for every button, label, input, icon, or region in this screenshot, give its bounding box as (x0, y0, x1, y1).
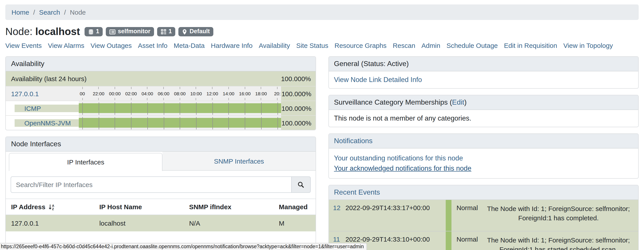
availability-panel: Availability Availability (last 24 hours… (5, 56, 316, 130)
ip-table-column-ip-address[interactable]: IP AddressAZ (6, 199, 94, 215)
nav-link-edit-in-requisition[interactable]: Edit in Requisition (504, 42, 557, 49)
tick-mark (115, 98, 115, 100)
tick-mark (277, 87, 278, 89)
service-link-icmp[interactable]: ICMP (24, 104, 41, 112)
service-link-opennms-jvm[interactable]: OpenNMS-JVM (24, 119, 71, 127)
tick-mark (98, 98, 99, 100)
bar-gridline (180, 102, 180, 115)
nav-link-meta-data[interactable]: Meta-Data (174, 42, 205, 49)
svg-text:A: A (52, 204, 54, 207)
tick-mark (131, 98, 131, 100)
ip-table-cell: N/A (184, 215, 274, 231)
interface-search-input[interactable] (10, 176, 291, 193)
nav-link-resource-graphs[interactable]: Resource Graphs (334, 42, 386, 49)
event-message: The Node with Id: 1; ForeignSource: self… (483, 200, 638, 231)
surveillance-edit-link[interactable]: Edit (452, 98, 464, 106)
tick-mark (228, 87, 229, 89)
bar-gridline (115, 102, 115, 115)
general-panel-header: General (Status: Active) (329, 57, 638, 71)
tick-mark (212, 87, 212, 89)
node-interfaces-panel-header: Node Interfaces (6, 137, 315, 152)
notification-link-outstanding[interactable]: Your outstanding notifications for this … (334, 153, 633, 163)
nav-link-rescan[interactable]: Rescan (393, 42, 416, 49)
ip-table-column-ip-host-name: IP Host Name (94, 199, 184, 215)
nav-link-schedule-outage[interactable]: Schedule Outage (446, 42, 498, 49)
tick-mark (82, 98, 82, 100)
recent-events-header-link[interactable]: Recent Events (334, 188, 380, 196)
bar-gridline (196, 117, 196, 129)
tick-mark (98, 87, 99, 89)
opennms-node-page: Home/Search/Node Node: localhost 1selfmo… (0, 0, 644, 250)
tab-link-snmp-interfaces[interactable]: SNMP Interfaces (214, 157, 264, 165)
nav-link-site-status[interactable]: Site Status (296, 42, 328, 49)
availability-overall-row: Availability (last 24 hours) 100.000% (6, 71, 315, 86)
nav-link-admin[interactable]: Admin (421, 42, 440, 49)
tab-ip-interfaces[interactable]: IP Interfaces (9, 153, 163, 171)
bar-gridline (164, 117, 164, 129)
column-header-label: SNMP ifIndex (189, 203, 231, 210)
tick-label: 14:00 (223, 91, 234, 96)
nav-link-view-outages[interactable]: View Outages (90, 42, 132, 49)
tick-label: 20: (274, 91, 280, 96)
surveillance-title-text: Surveillance Category Memberships ( (334, 98, 452, 106)
event-row: 112022-09-29T14:33:10+00:00NormalThe Nod… (329, 231, 638, 250)
list-icon (110, 29, 116, 35)
tab-snmp-interfaces[interactable]: SNMP Interfaces (163, 152, 316, 171)
service-availability-bar-chart (79, 116, 281, 130)
tick-mark (180, 87, 180, 89)
page-title-prefix: Node: (5, 26, 32, 37)
nav-link-view-events[interactable]: View Events (5, 42, 42, 49)
tick-label: 00 (80, 91, 85, 96)
bar-gridline (148, 117, 148, 129)
breadcrumb-item-search[interactable]: Search (39, 9, 60, 16)
qrcode-icon (161, 29, 166, 35)
nav-link-hardware-info[interactable]: Hardware Info (211, 42, 252, 49)
tick-label: 02:00 (125, 91, 137, 96)
svg-text:Z: Z (52, 207, 54, 210)
service-label-cell: ICMP (6, 101, 79, 115)
tick-mark (115, 87, 115, 89)
notifications-header-link[interactable]: Notifications (334, 137, 372, 144)
view-node-link-detailed-info-link[interactable]: View Node Link Detailed Info (334, 76, 422, 83)
tick-label: 22:00 (93, 91, 104, 96)
nav-link-view-in-topology[interactable]: View in Topology (563, 42, 613, 49)
node-action-links: View EventsView AlarmsView OutagesAsset … (5, 42, 639, 50)
node-badge-1: 1 (157, 27, 176, 36)
tick-mark (196, 98, 196, 100)
availability-overall-value: 100.000% (281, 75, 311, 82)
interfaces-tabs: IP InterfacesSNMP Interfaces (6, 152, 315, 171)
service-availability-value: 100.000% (281, 101, 315, 115)
node-badge-selfmonitor: selfmonitor (106, 27, 154, 36)
bar-gridline (131, 102, 132, 115)
service-label: OpenNMS-JVM (14, 119, 79, 127)
bar-gridline (180, 117, 180, 129)
tick-mark (196, 87, 196, 89)
nav-link-asset-info[interactable]: Asset Info (138, 42, 167, 49)
bar-gridline (196, 102, 196, 115)
page-title: Node: localhost (5, 26, 80, 38)
event-id-link[interactable]: 12 (329, 200, 344, 231)
sort-az-icon[interactable]: AZ (48, 203, 55, 210)
tick-mark (228, 98, 229, 100)
surveillance-panel-header: Surveillance Category Memberships (Edit) (329, 95, 638, 110)
notification-link-acknowledged[interactable]: Your acknowledged notifications for this… (334, 163, 633, 174)
tick-label: 16:00 (239, 91, 251, 96)
search-icon (298, 181, 304, 188)
tick-mark (82, 87, 82, 89)
database-icon (88, 29, 94, 35)
availability-interface-row: 127.0.0.1 0022:0000:0002:0004:0006:0008:… (6, 86, 315, 101)
tick-mark (147, 87, 148, 89)
ip-table-row[interactable]: 127.0.0.1localhostN/AM (6, 215, 315, 231)
nav-link-view-alarms[interactable]: View Alarms (48, 42, 84, 49)
breadcrumb-item-home[interactable]: Home (12, 9, 29, 16)
recent-events-list: 122022-09-29T14:33:17+00:00NormalThe Nod… (329, 200, 638, 250)
nav-link-availability[interactable]: Availability (259, 42, 290, 49)
bar-gridline (98, 117, 99, 129)
tick-mark (277, 98, 278, 100)
ip-table-header-row: IP AddressAZIP Host NameSNMP ifIndexMana… (6, 199, 315, 215)
bar-gridline (131, 117, 132, 129)
availability-service-row: ICMP100.000% (6, 101, 315, 116)
interface-search-button[interactable] (291, 176, 310, 193)
interface-address-link[interactable]: 127.0.0.1 (11, 90, 39, 97)
node-badge-1: 1 (84, 27, 103, 36)
